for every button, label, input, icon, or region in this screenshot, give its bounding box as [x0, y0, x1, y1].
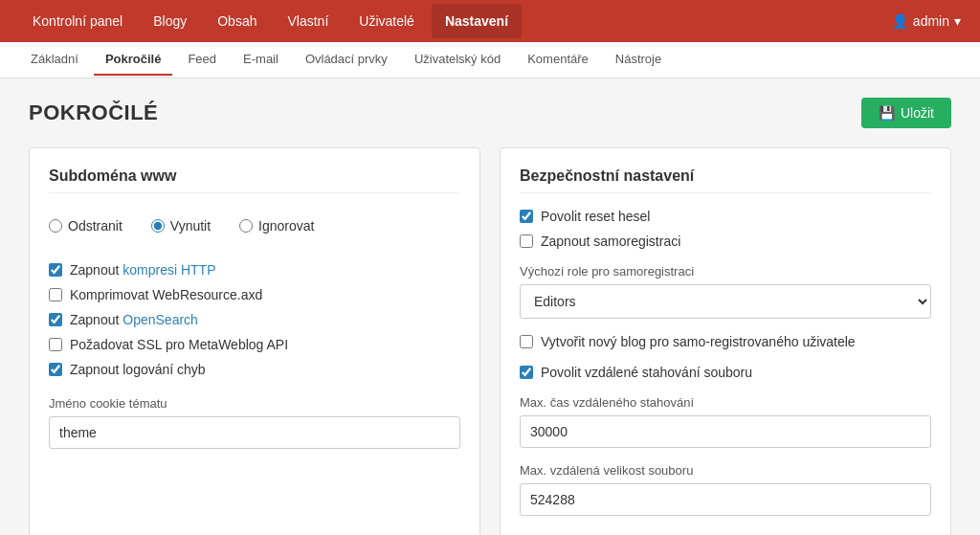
checkbox-reset-hesel-input[interactable]: [520, 210, 533, 223]
nav-uzivatele[interactable]: Uživatelé: [345, 4, 428, 38]
checkbox-reset-hesel[interactable]: Povolit reset hesel: [520, 209, 931, 224]
www-checkboxes: Zapnout kompresi HTTP Komprimovat WebRes…: [49, 262, 460, 377]
role-field: Výchozí role pro samoregistraci Editors …: [520, 264, 931, 319]
checkbox-remote-label: Povolit vzdálené stahování souboru: [541, 365, 752, 380]
remote-checkbox-group: Povolit vzdálené stahování souboru: [520, 365, 931, 380]
save-label: Uložit: [901, 105, 934, 121]
checkbox-logovani-input[interactable]: [49, 363, 62, 376]
radio-odstranit-input[interactable]: [49, 219, 62, 233]
max-time-field: Max. čas vzdáleného stahování: [520, 395, 931, 448]
sub-navigation: Základní Pokročilé Feed E-mail Ovládací …: [0, 42, 980, 78]
checkbox-kompresi-input[interactable]: [49, 263, 62, 277]
radio-odstranit-label: Odstranit: [68, 218, 122, 234]
subnav-zakladni[interactable]: Základní: [19, 44, 90, 76]
user-menu[interactable]: 👤 admin ▾: [892, 13, 961, 29]
subnav-uzivatelsky-kod[interactable]: Uživatelský kód: [403, 44, 512, 76]
security-top-checkboxes: Povolit reset hesel Zapnout samoregistra…: [520, 209, 931, 249]
checkbox-opensearch-label: Zapnout OpenSearch: [70, 312, 198, 327]
radio-odstranit[interactable]: Odstranit: [49, 218, 122, 234]
security-card-title: Bezpečnostní nastavení: [520, 167, 931, 193]
radio-vynutit[interactable]: Vynutit: [151, 218, 211, 234]
checkbox-opensearch[interactable]: Zapnout OpenSearch: [49, 312, 460, 327]
floppy-icon: 💾: [879, 105, 895, 121]
radio-vynutit-label: Vynutit: [170, 218, 211, 234]
checkbox-kompresi-label: Zapnout kompresi HTTP: [70, 262, 216, 278]
username: admin: [913, 13, 949, 29]
radio-vynutit-input[interactable]: [151, 219, 165, 233]
checkbox-remote[interactable]: Povolit vzdálené stahování souboru: [520, 365, 931, 380]
page-header: POKROČILÉ 💾 Uložit: [29, 98, 951, 128]
checkbox-samoregistrace-input[interactable]: [520, 234, 533, 248]
checkbox-novy-blog[interactable]: Vytvořit nový blog pro samo-registrované…: [520, 334, 931, 349]
checkbox-samoregistrace[interactable]: Zapnout samoregistraci: [520, 234, 931, 249]
checkbox-opensearch-input[interactable]: [49, 313, 62, 326]
checkbox-reset-hesel-label: Povolit reset hesel: [541, 209, 650, 224]
nav-nastaveni[interactable]: Nastavení: [432, 4, 522, 38]
checkbox-ssl-input[interactable]: [49, 338, 62, 351]
chevron-down-icon: ▾: [954, 13, 961, 29]
checkbox-kompresi[interactable]: Zapnout kompresi HTTP: [49, 262, 460, 278]
page-title: POKROČILÉ: [29, 100, 158, 125]
content-grid: Subdoména www Odstranit Vynutit Ignorova…: [29, 147, 951, 535]
max-size-input[interactable]: [520, 483, 931, 516]
save-button[interactable]: 💾 Uložit: [861, 98, 951, 128]
www-subdomain-card: Subdoména www Odstranit Vynutit Ignorova…: [29, 147, 480, 535]
opensearch-link[interactable]: OpenSearch: [122, 312, 198, 327]
security-card: Bezpečnostní nastavení Povolit reset hes…: [500, 147, 951, 535]
nav-blogy[interactable]: Blogy: [140, 4, 200, 38]
user-icon: 👤: [892, 13, 908, 29]
top-nav-items: Kontrolní panel Blogy Obsah Vlastní Uživ…: [19, 4, 522, 38]
subnav-nastroje[interactable]: Nástroje: [604, 44, 673, 76]
page-content: POKROČILÉ 💾 Uložit Subdoména www Odstran…: [0, 78, 980, 535]
subnav-ovladaci-prvky[interactable]: Ovládací prvky: [294, 44, 399, 76]
cookie-input[interactable]: [49, 416, 460, 449]
max-size-label: Max. vzdálená velikost souboru: [520, 463, 931, 478]
subnav-pokrocile[interactable]: Pokročilé: [94, 44, 173, 76]
www-card-title: Subdoména www: [49, 167, 460, 193]
cookie-label: Jméno cookie tématu: [49, 396, 460, 411]
nav-vlastni[interactable]: Vlastní: [274, 4, 342, 38]
radio-ignorovat-input[interactable]: [239, 219, 253, 233]
kompresi-link[interactable]: kompresi HTTP: [122, 262, 215, 278]
checkbox-ssl-label: Požadovat SSL pro MetaWeblog API: [70, 337, 288, 352]
cookie-field: Jméno cookie tématu: [49, 396, 460, 449]
top-navigation: Kontrolní panel Blogy Obsah Vlastní Uživ…: [0, 0, 980, 42]
checkbox-remote-input[interactable]: [520, 366, 533, 379]
radio-ignorovat-label: Ignorovat: [258, 218, 314, 234]
checkbox-webresource-input[interactable]: [49, 288, 62, 301]
checkbox-novy-blog-label: Vytvořit nový blog pro samo-registrované…: [541, 334, 856, 349]
subnav-email[interactable]: E-mail: [232, 44, 290, 76]
checkbox-logovani[interactable]: Zapnout logování chyb: [49, 362, 460, 377]
subnav-feed[interactable]: Feed: [176, 44, 228, 76]
checkbox-logovani-label: Zapnout logování chyb: [70, 362, 206, 377]
nav-kontrolni-panel[interactable]: Kontrolní panel: [19, 4, 136, 38]
www-radio-group: Odstranit Vynutit Ignorovat: [49, 209, 460, 243]
max-time-input[interactable]: [520, 415, 931, 448]
role-select[interactable]: Editors Administrators Users: [520, 284, 931, 319]
checkbox-webresource-label: Komprimovat WebResource.axd: [70, 287, 262, 302]
checkbox-webresource[interactable]: Komprimovat WebResource.axd: [49, 287, 460, 302]
checkbox-ssl[interactable]: Požadovat SSL pro MetaWeblog API: [49, 337, 460, 352]
checkbox-samoregistrace-label: Zapnout samoregistraci: [541, 234, 680, 249]
max-time-label: Max. čas vzdáleného stahování: [520, 395, 931, 410]
max-size-field: Max. vzdálená velikost souboru: [520, 463, 931, 516]
role-label: Výchozí role pro samoregistraci: [520, 264, 931, 279]
checkbox-novy-blog-input[interactable]: [520, 335, 533, 348]
blog-checkbox-group: Vytvořit nový blog pro samo-registrované…: [520, 334, 931, 349]
radio-ignorovat[interactable]: Ignorovat: [239, 218, 314, 234]
subnav-komentare[interactable]: Komentáře: [516, 44, 600, 76]
nav-obsah[interactable]: Obsah: [204, 4, 270, 38]
